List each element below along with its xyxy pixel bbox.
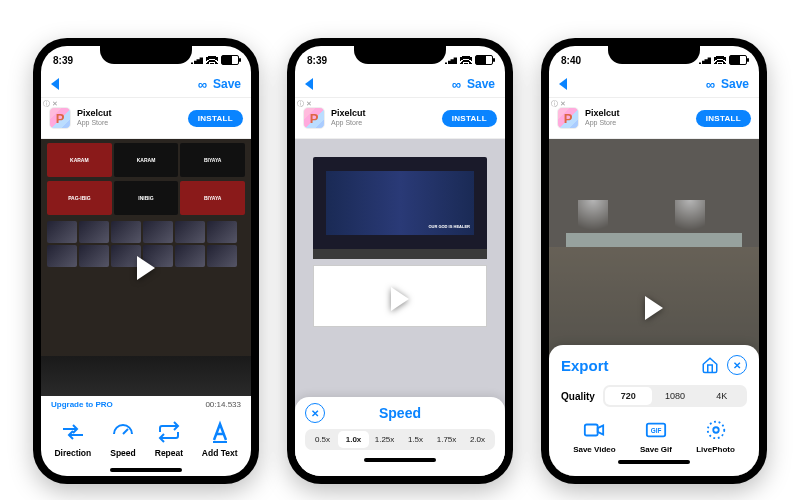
speed-opt[interactable]: 1.5x — [400, 431, 431, 448]
speed-opt[interactable]: 1.25x — [369, 431, 400, 448]
save-video-button[interactable]: Save Video — [573, 417, 616, 454]
phone-3: 8:40 ∞ Save ⓘ ✕ P Pixelcut App Store INS… — [541, 38, 767, 484]
status-time: 8:39 — [53, 55, 73, 66]
ad-close-icon[interactable]: ⓘ ✕ — [297, 100, 312, 107]
home-indicator[interactable] — [110, 468, 182, 472]
quality-opt[interactable]: 4K — [698, 387, 745, 405]
save-gif-button[interactable]: GIF Save Gif — [640, 417, 672, 454]
tool-label: Add Text — [202, 448, 238, 458]
tool-label: Direction — [54, 448, 91, 458]
duration: 00:14.533 — [205, 400, 241, 409]
ad-close-icon[interactable]: ⓘ ✕ — [43, 100, 58, 107]
speed-opt[interactable]: 1.75x — [431, 431, 462, 448]
panel-title: Export — [561, 357, 609, 374]
speed-opt[interactable]: 1.0x — [338, 431, 369, 448]
thumb-card: INIBIG — [114, 181, 179, 215]
infinity-icon[interactable]: ∞ — [452, 77, 461, 92]
ad-subtitle: App Store — [331, 118, 436, 127]
repeat-tool[interactable]: Repeat — [155, 419, 183, 458]
infinity-icon[interactable]: ∞ — [706, 77, 715, 92]
home-indicator[interactable] — [364, 458, 436, 462]
chevron-left-icon — [559, 78, 567, 90]
play-icon[interactable] — [137, 256, 155, 280]
ad-subtitle: App Store — [77, 118, 182, 127]
play-icon[interactable] — [391, 287, 409, 311]
play-icon[interactable] — [645, 296, 663, 320]
back-button[interactable] — [51, 78, 59, 90]
chevron-left-icon — [305, 78, 313, 90]
direction-tool[interactable]: Direction — [54, 419, 91, 458]
ad-app-icon: P — [303, 107, 325, 129]
svg-point-3 — [713, 427, 719, 433]
speed-opt[interactable]: 0.5x — [307, 431, 338, 448]
thumb-card: BIYAYA — [180, 143, 245, 177]
export-panel: Export ✕ Quality 720 1080 4K Save Video … — [549, 345, 759, 476]
thumb-card: BIYAYA — [180, 181, 245, 215]
livephoto-icon — [703, 417, 729, 443]
nav-bar: ∞ Save — [41, 71, 251, 97]
notch — [608, 46, 700, 64]
direction-icon — [60, 419, 86, 445]
ad-banner[interactable]: ⓘ ✕ P Pixelcut App Store INSTALL — [295, 97, 505, 139]
video-canvas[interactable]: KARAM KARAM BIYAYA PAG-IBIG INIBIG BIYAY… — [41, 139, 251, 396]
battery-icon — [729, 55, 747, 65]
upgrade-link[interactable]: Upgrade to PRO — [51, 400, 113, 409]
save-button[interactable]: Save — [213, 77, 241, 91]
ad-app-icon: P — [557, 107, 579, 129]
save-button[interactable]: Save — [467, 77, 495, 91]
speed-tool[interactable]: Speed — [110, 419, 136, 458]
ad-install-button[interactable]: INSTALL — [696, 110, 751, 127]
panel-title: Speed — [379, 405, 421, 421]
ad-title: Pixelcut — [585, 109, 690, 118]
ad-app-icon: P — [49, 107, 71, 129]
quality-segments[interactable]: 720 1080 4K — [603, 385, 747, 407]
speed-opt[interactable]: 2.0x — [462, 431, 493, 448]
battery-icon — [221, 55, 239, 65]
video-icon — [581, 417, 607, 443]
quality-opt[interactable]: 1080 — [652, 387, 699, 405]
ad-title: Pixelcut — [331, 109, 436, 118]
livephoto-button[interactable]: LivePhoto — [696, 417, 735, 454]
save-button[interactable]: Save — [721, 77, 749, 91]
close-panel-button[interactable]: ✕ — [727, 355, 747, 375]
monitor-image: OUR GOD IS HEALER — [313, 157, 487, 249]
ad-install-button[interactable]: INSTALL — [188, 110, 243, 127]
ad-banner[interactable]: ⓘ ✕ P Pixelcut App Store INSTALL — [549, 97, 759, 139]
quality-opt[interactable]: 720 — [605, 387, 652, 405]
notch — [354, 46, 446, 64]
ad-banner[interactable]: ⓘ ✕ P Pixelcut App Store INSTALL — [41, 97, 251, 139]
nav-bar: ∞ Save — [295, 71, 505, 97]
export-label: LivePhoto — [696, 445, 735, 454]
quality-row: Quality 720 1080 4K — [561, 385, 747, 407]
infinity-icon[interactable]: ∞ — [198, 77, 207, 92]
screen: 8:40 ∞ Save ⓘ ✕ P Pixelcut App Store INS… — [549, 46, 759, 476]
tool-label: Speed — [110, 448, 136, 458]
phone-2: 8:39 ∞ Save ⓘ ✕ P Pixelcut App Store INS… — [287, 38, 513, 484]
signal-icon — [445, 56, 457, 64]
addtext-tool[interactable]: Add Text — [202, 419, 238, 458]
text-icon — [207, 419, 233, 445]
phone-1: 8:39 ∞ Save ⓘ ✕ P Pixelcut App Store INS… — [33, 38, 259, 484]
nav-bar: ∞ Save — [549, 71, 759, 97]
home-icon[interactable] — [701, 356, 719, 374]
close-panel-button[interactable]: ✕ — [305, 403, 325, 423]
thumb-card: KARAM — [47, 143, 112, 177]
desk-image — [41, 356, 251, 396]
status-time: 8:39 — [307, 55, 327, 66]
chevron-left-icon — [51, 78, 59, 90]
ad-close-icon[interactable]: ⓘ ✕ — [551, 100, 566, 107]
export-options: Save Video GIF Save Gif LivePhoto — [561, 417, 747, 454]
quality-label: Quality — [561, 391, 595, 402]
svg-point-4 — [707, 422, 724, 439]
wifi-icon — [206, 56, 218, 64]
home-indicator[interactable] — [618, 460, 690, 464]
ad-install-button[interactable]: INSTALL — [442, 110, 497, 127]
ad-subtitle: App Store — [585, 118, 690, 127]
battery-icon — [475, 55, 493, 65]
repeat-icon — [156, 419, 182, 445]
back-button[interactable] — [305, 78, 313, 90]
back-button[interactable] — [559, 78, 567, 90]
speed-segments[interactable]: 0.5x 1.0x 1.25x 1.5x 1.75x 2.0x — [305, 429, 495, 450]
thumb-card: KARAM — [114, 143, 179, 177]
export-label: Save Gif — [640, 445, 672, 454]
